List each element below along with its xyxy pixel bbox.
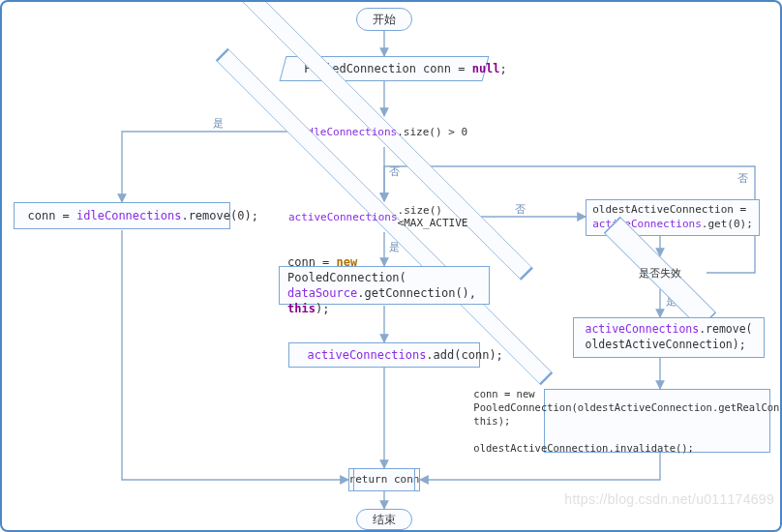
keyword-new: new (337, 255, 358, 269)
decision-idle: idleConnections.size() > 0 (300, 116, 468, 147)
field-active: activeConnections (288, 211, 398, 223)
newc-mid: .getConnection(), (357, 286, 476, 300)
field-datasource: dataSource (287, 286, 357, 300)
process-new-connection: conn = new PooledConnection( dataSource.… (279, 266, 490, 305)
subprocess-return: return conn (348, 468, 420, 491)
newc-post1: PooledConnection( (287, 271, 406, 284)
rmact-field: activeConnections (585, 322, 699, 336)
keyword-this: this (287, 302, 316, 315)
label-yes: 是 (213, 116, 224, 131)
oldest-post: .get(0); (702, 218, 753, 230)
decision-expired-label: 是否失效 (617, 256, 703, 289)
remove-idle-post: .remove(0); (181, 209, 257, 222)
rmact-line2: oldestActiveConnection); (585, 338, 745, 351)
newc-pre: conn = (287, 255, 337, 269)
watermark: https://blog.csdn.net/u011174699 (564, 491, 774, 507)
label-no: 否 (515, 202, 526, 217)
decision-expired: 是否失效 (617, 256, 703, 289)
keyword-null: null (471, 62, 499, 75)
rmact-post1: .remove( (699, 322, 752, 336)
terminal-end: 结束 (356, 509, 412, 530)
terminal-start: 开始 (356, 8, 412, 31)
remove-idle-field: idleConnections (76, 209, 181, 222)
add-active-field: activeConnections (308, 348, 427, 362)
label-no: 否 (389, 164, 400, 179)
process-remove-active: activeConnections.remove( oldestActiveCo… (573, 317, 765, 358)
process-recycle: conn = new PooledConnection(oldestActive… (544, 389, 770, 453)
newc-post2: ); (316, 302, 329, 315)
decision-active-post: .size()<MAX_ACTIVE (398, 204, 480, 229)
oldest-line1: oldestActiveConnection = (592, 203, 746, 216)
decision-idle-post: .size() > 0 (397, 126, 467, 138)
add-active-post: .add(conn); (426, 348, 502, 362)
process-remove-idle: conn = idleConnections.remove(0); (14, 202, 230, 229)
process-add-active: activeConnections.add(conn); (288, 342, 480, 368)
remove-idle-pre: conn = (27, 209, 76, 222)
flowchart-canvas: 是 否 是 否 是 否 开始 结束 PooledConnection conn … (0, 0, 782, 532)
label-no: 否 (737, 171, 748, 186)
init-post: ; (499, 62, 506, 75)
decision-active: activeConnections.size()<MAX_ACTIVE (288, 201, 480, 232)
